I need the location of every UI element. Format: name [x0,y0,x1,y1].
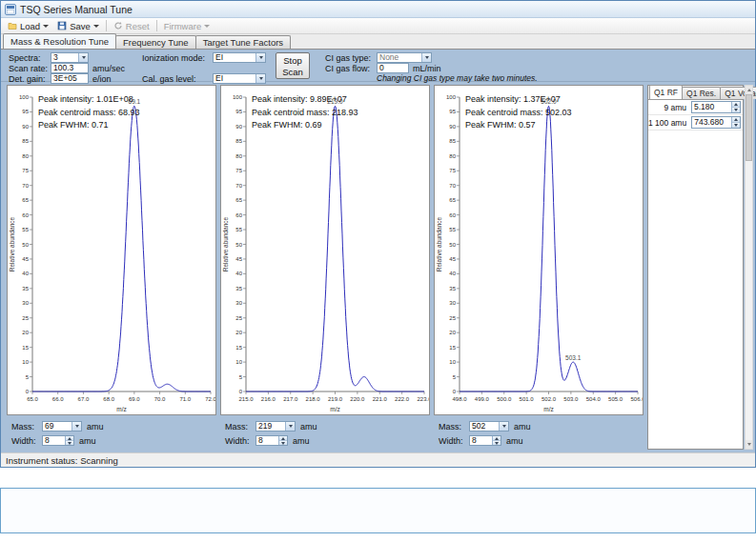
width-unit: amu [292,436,310,446]
svg-text:55: 55 [235,227,242,232]
svg-text:35: 35 [449,286,456,291]
svg-text:503.0: 503.0 [563,396,579,402]
svg-text:25: 25 [449,315,456,321]
svg-text:25: 25 [22,315,29,321]
svg-text:15: 15 [22,345,29,351]
svg-text:50: 50 [235,242,242,248]
svg-text:505.0: 505.0 [608,396,623,402]
row-label: 1 100 amu [648,118,691,128]
spin-down-icon [279,440,287,445]
svg-text:100: 100 [19,94,30,100]
spinner-buttons[interactable] [278,436,287,445]
stop-scan-button[interactable]: Stop Scan [276,52,310,79]
bottom-panel [0,488,756,533]
width-unit: amu [78,436,96,446]
svg-text:35: 35 [22,286,29,291]
titlebar[interactable]: TSQ Series Manual Tune [1,1,755,18]
chevron-down-icon [72,422,81,431]
svg-text:70: 70 [22,183,29,189]
svg-text:75: 75 [235,168,242,173]
cal-gas-level-select[interactable]: EI [213,73,266,84]
chevron-down-icon [499,422,508,431]
svg-text:25: 25 [235,315,242,321]
tab-mass-resolution-tune[interactable]: Mass & Resolution Tune [3,33,116,49]
chart-controls-1: Mass: 69 amu Width: 8 amu [7,417,216,450]
svg-text:69.1: 69.1 [129,98,141,105]
tab-q1-res[interactable]: Q1 Res. [682,87,721,99]
spinner-buttons[interactable] [65,436,73,445]
right-area: Q1 RF Q1 Res. Q1 Voltage 9 amu 5.180 1 1… [647,85,753,450]
scroll-down-icon[interactable] [746,440,752,449]
width-spinner[interactable]: 8 [42,435,74,446]
status-bar: Instrument status: Scanning [1,452,755,467]
chevron-down-icon [285,422,295,431]
svg-text:20: 20 [22,330,29,335]
chevron-down-icon [255,53,265,62]
main-content: 0510152025303540455055606570758085909510… [1,82,755,452]
scrollbar-thumb[interactable] [746,94,752,161]
mass-unit: amu [299,422,317,432]
mass-select[interactable]: 219 [255,421,296,432]
scan-rate-label: Scan rate: [9,64,48,73]
svg-text:40: 40 [22,271,29,276]
tab-target-tune-factors[interactable]: Target Tune Factors [195,35,291,49]
spectrum-panel-1: 0510152025303540455055606570758085909510… [7,85,216,415]
svg-text:0: 0 [453,389,457,394]
scan-rate-input[interactable]: 100.3 [51,63,89,73]
svg-text:0: 0 [239,389,243,394]
rf-value-spinner[interactable]: 5.180 [691,101,741,113]
svg-text:219.0: 219.0 [328,396,343,402]
ci-gas-type-select[interactable]: None [377,52,432,63]
tab-frequency-tune[interactable]: Frequency Tune [115,35,196,49]
svg-text:504.0: 504.0 [586,396,602,402]
mass-select[interactable]: 502 [469,421,509,432]
app-window: TSQ Series Manual Tune Load Save Reset [0,0,756,468]
svg-text:218.0: 218.0 [306,396,321,402]
mass-label: Mass: [439,422,465,432]
chevron-down-icon [204,25,210,28]
spinner-buttons[interactable] [492,436,501,445]
svg-text:40: 40 [235,271,242,276]
spinner-buttons[interactable] [731,102,740,112]
svg-text:85: 85 [449,138,456,144]
vertical-scrollbar[interactable] [745,85,753,450]
floppy-disk-icon [57,21,67,30]
svg-text:55: 55 [22,227,29,232]
svg-text:216.0: 216.0 [261,396,276,402]
rf-value-spinner[interactable]: 743.680 [691,116,741,129]
mass-select[interactable]: 69 [42,421,82,432]
svg-text:223.0: 223.0 [417,396,429,402]
det-gain-label: Det. gain: [9,74,46,84]
scroll-up-icon[interactable] [746,86,752,94]
tab-q1-rf[interactable]: Q1 RF [649,85,683,99]
table-row: 1 100 amu 743.680 [648,115,743,130]
reset-button[interactable]: Reset [110,19,153,33]
svg-text:40: 40 [449,271,456,276]
spectra-select[interactable]: 3 [51,52,89,63]
chevron-down-icon [93,25,99,28]
svg-text:65: 65 [22,197,29,203]
firmware-button[interactable]: Firmware [160,19,215,33]
save-button[interactable]: Save [53,19,103,33]
spin-down-icon [66,440,73,445]
spinner-buttons[interactable] [731,117,740,128]
svg-text:5: 5 [239,374,243,380]
det-gain-input[interactable]: 3E+05 [51,73,89,84]
svg-text:20: 20 [235,330,242,335]
width-spinner[interactable]: 8 [469,435,501,446]
spin-down-icon [732,122,740,128]
svg-text:10: 10 [235,359,242,365]
load-button[interactable]: Load [4,19,52,33]
chevron-down-icon [421,53,431,62]
table-row: 9 amu 5.180 [648,100,743,115]
mass-spectrum-chart-3: 0510152025303540455055606570758085909510… [435,86,643,414]
width-spinner[interactable]: 8 [255,435,288,446]
scrollbar-track[interactable] [746,94,752,440]
svg-text:30: 30 [235,300,242,306]
svg-text:45: 45 [449,256,456,262]
svg-text:60: 60 [235,212,242,218]
spectra-label: Spectra: [9,53,41,63]
svg-text:70: 70 [235,183,242,189]
ci-gas-flow-input[interactable]: 0 [377,63,409,73]
ionization-mode-select[interactable]: EI [213,52,266,63]
